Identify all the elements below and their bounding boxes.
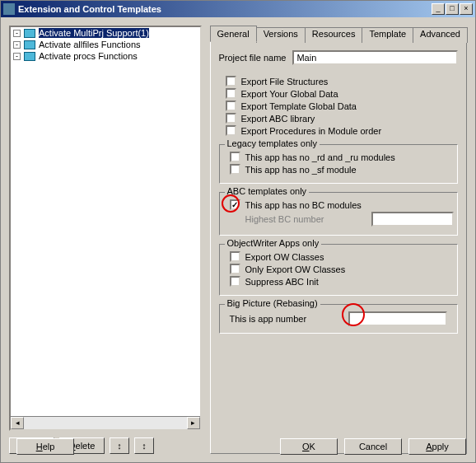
template-tree[interactable]: - Activate MultiPrj Support(1) - Activat…: [9, 26, 202, 431]
only-ow-checkbox[interactable]: [230, 264, 240, 274]
help-button[interactable]: Help: [16, 438, 74, 455]
checkbox-label: Export OW Classes: [245, 252, 324, 262]
tree-item[interactable]: - Activate procs Functions: [11, 50, 200, 62]
checkbox-label: Export ABC library: [241, 114, 315, 124]
abc-fieldset: ABC templates only This app has no BC mo…: [219, 192, 459, 236]
horizontal-scrollbar[interactable]: ◂ ▸: [11, 416, 200, 429]
titlebar-text: Extension and Control Templates: [18, 4, 432, 14]
checkbox-label: Export Procedures in Module order: [241, 126, 382, 136]
export-template-global-checkbox[interactable]: [226, 101, 236, 111]
tab-general[interactable]: General: [210, 26, 257, 42]
legacy-fieldset: Legacy templates only This app has no _r…: [219, 144, 459, 184]
ok-button[interactable]: OK: [280, 438, 338, 455]
project-file-label: Project file name: [219, 53, 287, 63]
export-global-data-checkbox[interactable]: [226, 88, 236, 99]
titlebar: Extension and Control Templates _ □ ×: [1, 1, 475, 17]
tab-advanced[interactable]: Advanced: [413, 27, 468, 43]
app-number-label: This is app number: [230, 314, 307, 324]
checkbox-label: Only Export OW Classes: [245, 264, 346, 274]
tree-item[interactable]: - Activate MultiPrj Support(1): [11, 27, 200, 39]
tab-resources[interactable]: Resources: [305, 27, 363, 43]
no-sf-checkbox[interactable]: [230, 164, 240, 175]
tree-item-label: Activate procs Functions: [39, 51, 138, 61]
template-icon: [24, 40, 35, 49]
cancel-button[interactable]: Cancel: [344, 438, 402, 455]
scroll-left-button[interactable]: ◂: [11, 417, 24, 429]
export-ow-checkbox[interactable]: [230, 251, 240, 262]
tree-item-label: Activate MultiPrj Support(1): [39, 28, 149, 38]
tab-template[interactable]: Template: [362, 27, 413, 43]
app-icon: [3, 3, 15, 15]
highest-bc-input: [371, 212, 454, 227]
objectwriter-fieldset: ObjectWriter Apps only Export OW Classes…: [219, 244, 459, 296]
tab-panel-general: Project file name Export File Structures…: [210, 42, 468, 454]
project-file-input[interactable]: [292, 50, 458, 65]
app-number-input[interactable]: [348, 311, 447, 326]
checkbox-label: This app has no _sf module: [245, 165, 357, 175]
checkbox-label: Suppress ABC Init: [245, 277, 319, 287]
maximize-button[interactable]: □: [446, 3, 459, 15]
tree-item-label: Activate allfiles Functions: [39, 40, 141, 49]
legacy-legend: Legacy templates only: [225, 138, 320, 148]
checkbox-label: Export Template Global Data: [241, 101, 357, 111]
checkbox-label: This app has no _rd and _ru modules: [245, 152, 395, 162]
expand-icon[interactable]: -: [13, 41, 21, 49]
template-icon: [24, 29, 35, 38]
export-procedures-checkbox[interactable]: [226, 125, 236, 136]
template-icon: [24, 52, 35, 61]
highest-bc-label: Highest BC number: [245, 214, 324, 224]
checkbox-label: This app has no BC modules: [245, 200, 362, 210]
close-button[interactable]: ×: [460, 3, 473, 15]
checkbox-label: Export Your Global Data: [241, 89, 338, 99]
abc-legend: ABC templates only: [225, 186, 310, 196]
no-rd-ru-checkbox[interactable]: [230, 152, 240, 162]
big-picture-legend: Big Picture (Rebasing): [225, 298, 320, 308]
scroll-right-button[interactable]: ▸: [187, 417, 200, 429]
tab-versions[interactable]: Versions: [256, 27, 306, 43]
dialog-window: Extension and Control Templates _ □ × - …: [0, 0, 476, 463]
checkbox-label: Export File Structures: [241, 77, 329, 87]
export-abc-library-checkbox[interactable]: [226, 113, 236, 124]
expand-icon[interactable]: -: [13, 53, 21, 60]
expand-icon[interactable]: -: [13, 30, 21, 37]
tab-strip: General Versions Resources Template Adva…: [210, 26, 468, 42]
export-file-structures-checkbox[interactable]: [226, 76, 236, 87]
no-bc-modules-checkbox[interactable]: [230, 199, 240, 210]
suppress-abc-checkbox[interactable]: [230, 276, 240, 287]
minimize-button[interactable]: _: [432, 3, 445, 15]
big-picture-fieldset: Big Picture (Rebasing) This is app numbe…: [219, 304, 459, 334]
ow-legend: ObjectWriter Apps only: [225, 238, 322, 248]
apply-button[interactable]: Apply: [408, 438, 466, 455]
tree-item[interactable]: - Activate allfiles Functions: [11, 39, 200, 50]
